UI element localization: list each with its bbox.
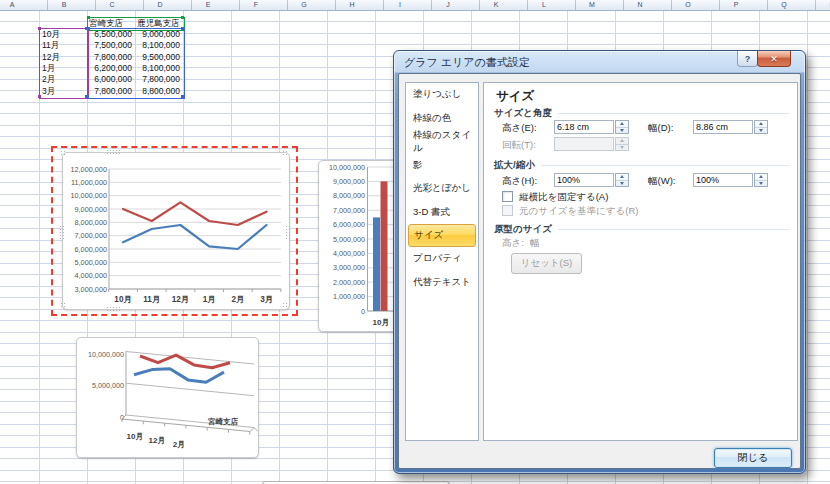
dialog-tab-プロパティ[interactable]: プロパティ [406,247,478,271]
chart-marching-ants-border [51,146,298,316]
y-axis-label: 10,000,000 [88,350,124,359]
y-axis-label: 7,000,000 [333,206,365,215]
column-header-row: ABCDEFGHIJKLMNOPQR [0,0,830,11]
section-size-angle: サイズと角度 [494,107,789,120]
size-panel: サイズ サイズと角度 高さ(E): 幅(D): 回転(T): 拡大/縮小 高さ(… [483,82,798,441]
column-header-H[interactable]: H [349,0,354,10]
lock-aspect-label: 縦横比を固定する(A) [519,191,608,204]
column-header-Q[interactable]: Q [781,0,786,10]
height-spinner[interactable] [615,120,629,134]
original-width-label: 幅 [530,237,540,250]
column-header-M[interactable]: M [589,0,595,10]
height-input[interactable] [554,120,614,134]
y-axis-label: 0 [361,307,365,316]
column-header-B[interactable]: B [62,0,67,10]
dialog-tab-枠線の色[interactable]: 枠線の色 [406,107,478,131]
column-header-K[interactable]: K [494,0,499,10]
chart-resize-handle[interactable] [59,225,64,239]
column-header-L[interactable]: L [542,0,546,10]
spinner-down-icon[interactable] [755,181,767,187]
line-3d-chart-svg: 10,000,0005,000,000010月12月2月宮崎支店 [77,338,258,457]
y-axis-label: 4,000,000 [333,249,365,258]
column-header-F[interactable]: F [254,0,258,10]
column-header-I[interactable]: I [399,0,401,10]
selection-range-handle[interactable] [181,95,184,98]
bar-chart-svg: 10,000,0009,000,0008,000,0007,000,0006,0… [319,161,399,331]
dialog-body: 塗りつぶし枠線の色枠線のスタイル影光彩とぼかし3-D 書式サイズプロパティ代替テ… [398,73,801,469]
selection-range-handle[interactable] [86,27,89,30]
dialog-tab-枠線のスタイル[interactable]: 枠線のスタイル [406,130,478,154]
chart-resize-handle[interactable] [60,150,67,157]
help-icon[interactable]: ? [737,51,758,67]
y-axis-label: 9,000,000 [333,177,365,186]
relative-size-checkbox [502,205,513,216]
scale-height-spinner[interactable] [615,173,629,187]
y-axis-label: 2,000,000 [333,278,365,287]
bar-chart[interactable]: 10,000,0009,000,0008,000,0007,000,0006,0… [318,160,400,332]
y-axis-label: 3,000,000 [333,263,365,272]
column-header-C[interactable]: C [109,0,114,10]
selection-range-handle[interactable] [38,27,41,30]
column-header-G[interactable]: G [301,0,306,10]
y-axis-label: 8,000,000 [333,191,365,200]
scale-width-input[interactable] [693,173,753,187]
dialog-tab-光彩とぼかし[interactable]: 光彩とぼかし [406,177,478,201]
y-axis-label: 5,000,000 [333,235,365,244]
dialog-tab-3-D 書式[interactable]: 3-D 書式 [406,201,478,225]
bar-鹿児島支店 [381,181,388,311]
section-scale: 拡大/縮小 [494,159,789,172]
chart-resize-handle[interactable] [282,302,289,309]
width-spinner[interactable] [754,120,768,134]
chart-resize-handle[interactable] [282,150,289,157]
y-axis-label: 5,000,000 [92,381,124,390]
category-selection-border [39,28,89,99]
rotation-input [554,137,614,151]
rotation-spinner [615,137,629,151]
excel-workspace: ABCDEFGHIJKLMNOPQR 宮崎支店鹿児島支店10月6,500,000… [0,0,830,484]
dialog-tab-影[interactable]: 影 [406,154,478,178]
dialog-tab-サイズ[interactable]: サイズ [408,224,476,247]
width-input[interactable] [693,120,753,134]
rotation-label: 回転(T): [502,139,536,152]
column-header-N[interactable]: N [637,0,642,10]
selection-range-handle[interactable] [181,16,184,19]
values-selection-border [87,28,185,99]
relative-size-label: 元のサイズを基準にする(R) [519,205,638,218]
chart-resize-handle[interactable] [106,306,120,311]
close-icon[interactable]: ✕ [757,51,791,67]
floor-right-edge [250,428,254,432]
section-original-size: 原型のサイズ [494,223,789,236]
selection-range-handle[interactable] [181,27,184,30]
column-header-J[interactable]: J [446,0,450,10]
selection-range-handle[interactable] [86,95,89,98]
chart-resize-handle[interactable] [285,225,290,239]
y-axis-label: 10,000,000 [329,163,365,172]
selection-range-handle[interactable] [87,16,90,19]
close-button[interactable]: 閉じる [714,448,792,468]
y-axis-label: 1,000,000 [333,292,365,301]
chart-resize-handle[interactable] [60,302,67,309]
format-chart-area-dialog[interactable]: グラフ エリアの書式設定 ? ✕ 塗りつぶし枠線の色枠線のスタイル影光彩とぼかし… [393,50,806,474]
column-header-E[interactable]: E [206,0,211,10]
original-height-label: 高さ: [502,237,524,250]
selection-range-handle[interactable] [38,95,41,98]
chart-resize-handle[interactable] [106,149,120,154]
scale-width-spinner[interactable] [754,173,768,187]
scale-height-input[interactable] [554,173,614,187]
panel-heading: サイズ [496,88,534,105]
lock-aspect-checkbox[interactable] [502,191,513,202]
column-header-D[interactable]: D [157,0,162,10]
spinner-down-icon[interactable] [755,128,767,134]
spinner-down-icon[interactable] [616,128,628,134]
series-axis [254,428,258,432]
depth-gridline [126,383,254,396]
line-3d-chart[interactable]: 10,000,0005,000,000010月12月2月宮崎支店 [76,337,259,458]
column-header-A[interactable]: A [10,0,15,10]
x-axis-label: 10月 [127,432,144,441]
dialog-tab-塗りつぶし[interactable]: 塗りつぶし [406,83,478,107]
dialog-tab-代替テキスト[interactable]: 代替テキスト [406,271,478,295]
spinner-down-icon[interactable] [616,181,628,187]
column-header-P[interactable]: P [734,0,739,10]
bar-宮崎支店 [373,217,380,311]
column-header-O[interactable]: O [685,0,690,10]
